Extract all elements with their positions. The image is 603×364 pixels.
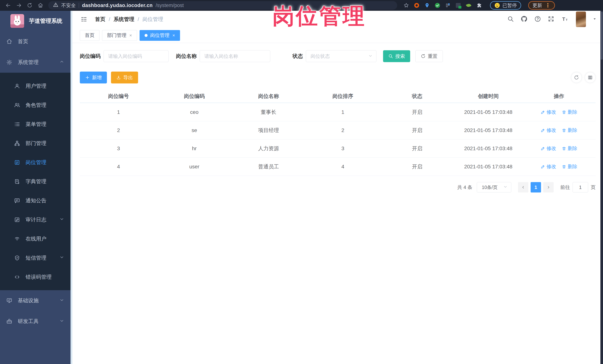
audit-edit-icon: [13, 216, 21, 223]
delete-link[interactable]: 删除: [562, 109, 577, 115]
table-row: 1 ceo 董事长 1 开启 2021-01-05 17:03:48 修改 删除: [80, 103, 596, 121]
browser-reload-button[interactable]: [25, 1, 35, 10]
edit-link[interactable]: 修改: [541, 145, 556, 152]
app-logo-row[interactable]: 芋道管理系统: [0, 11, 72, 31]
status-select[interactable]: [306, 50, 376, 62]
sidebar-item-menus[interactable]: 菜单管理: [0, 115, 72, 134]
toolbox-icon: [6, 318, 13, 325]
cell-created: 2021-01-05 17:03:48: [454, 109, 522, 115]
bookmark-star-icon[interactable]: [403, 2, 409, 9]
cell-status: 开启: [380, 145, 454, 152]
sidebar-item-home[interactable]: 首页: [0, 31, 72, 52]
post-code-input[interactable]: [104, 50, 169, 62]
fullscreen-icon[interactable]: [548, 16, 554, 23]
extension-check-icon[interactable]: [434, 2, 441, 9]
browser-extensions: 已暂停 更新 ⋮: [403, 1, 555, 10]
tab-departments[interactable]: 部门管理 ×: [102, 30, 137, 41]
dictionary-icon: [13, 178, 21, 185]
emoji-face-icon: [494, 2, 500, 8]
github-icon[interactable]: [521, 15, 528, 23]
extension-pin-icon[interactable]: [424, 2, 430, 9]
tab-close-icon[interactable]: ×: [173, 33, 175, 38]
sidebar-item-dev-tools[interactable]: 研发工具: [0, 311, 72, 332]
column-settings-button[interactable]: [585, 72, 596, 83]
add-button[interactable]: 新增: [80, 72, 107, 83]
export-button[interactable]: 导出: [111, 72, 138, 83]
sidebar-item-error-codes[interactable]: 错误码管理: [0, 267, 72, 287]
delete-link[interactable]: 删除: [562, 145, 577, 152]
breadcrumb-home[interactable]: 首页: [95, 16, 105, 23]
status-select-input[interactable]: [306, 50, 376, 62]
edit-link[interactable]: 修改: [541, 109, 556, 115]
font-size-icon[interactable]: TT: [561, 15, 568, 23]
current-page[interactable]: 1: [531, 182, 541, 192]
sidebar-scrollbar[interactable]: [70, 11, 72, 364]
profile-paused-pill[interactable]: 已暂停: [490, 1, 521, 10]
page-size-input[interactable]: [477, 182, 511, 192]
svg-text:T: T: [562, 17, 565, 22]
goto-page-input[interactable]: [573, 182, 588, 192]
sidebar-item-label: 字典管理: [26, 178, 46, 185]
extension-database-icon[interactable]: [455, 2, 461, 9]
browser-back-button[interactable]: [3, 1, 13, 10]
browser-forward-button[interactable]: [14, 1, 24, 10]
post-code-label: 岗位编码: [80, 53, 101, 60]
sidebar-item-users[interactable]: 用户管理: [0, 77, 72, 96]
page-size-select[interactable]: [477, 182, 511, 192]
edit-link[interactable]: 修改: [541, 127, 556, 133]
edit-link-label: 修改: [546, 163, 556, 170]
sidebar-item-posts[interactable]: 岗位管理: [0, 153, 72, 172]
delete-link[interactable]: 删除: [562, 163, 577, 170]
reset-button-label: 重置: [428, 53, 438, 59]
avatar-caret-down-icon[interactable]: [593, 17, 597, 22]
sidebar-item-roles[interactable]: 角色管理: [0, 96, 72, 115]
extension-columns-icon[interactable]: [445, 2, 451, 9]
post-name-label: 岗位名称: [176, 53, 197, 60]
sidebar-item-departments[interactable]: 部门管理: [0, 134, 72, 153]
sidebar-item-notices[interactable]: 通知公告: [0, 191, 72, 210]
window-scrollbar-thumb[interactable]: [601, 11, 603, 60]
sidebar-item-sms[interactable]: 短信管理: [0, 248, 72, 267]
window-scrollbar[interactable]: [600, 11, 603, 364]
post-name-input[interactable]: [200, 50, 270, 62]
browser-update-pill[interactable]: 更新 ⋮: [528, 1, 555, 10]
security-warning-icon: [53, 2, 58, 9]
extension-puzzle-icon[interactable]: [476, 2, 482, 9]
sidebar-item-system[interactable]: 系统管理: [0, 52, 72, 73]
tab-close-icon[interactable]: ×: [129, 33, 132, 38]
cell-post-sort: 1: [306, 109, 380, 115]
browser-menu-icon[interactable]: ⋮: [545, 4, 551, 6]
refresh-table-button[interactable]: [571, 72, 582, 83]
user-avatar[interactable]: [576, 11, 586, 27]
cell-post-name: 项目经理: [232, 127, 306, 134]
url-path: /system/post: [156, 3, 184, 8]
search-icon[interactable]: [507, 16, 514, 23]
sidebar-item-infrastructure[interactable]: 基础设施: [0, 290, 72, 311]
col-header-actions: 操作: [522, 93, 596, 100]
breadcrumb-system[interactable]: 系统管理: [114, 16, 134, 23]
home-icon: [6, 38, 13, 45]
search-button[interactable]: 搜索: [383, 50, 410, 62]
prev-page-button[interactable]: [518, 182, 528, 192]
col-header-post-name: 岗位名称: [232, 93, 306, 100]
extension-leaf-icon[interactable]: [465, 2, 472, 9]
sidebar-toggle-icon[interactable]: [80, 15, 88, 23]
add-button-label: 新增: [92, 74, 102, 81]
edit-link[interactable]: 修改: [541, 163, 556, 170]
sidebar-item-label: 错误码管理: [26, 274, 52, 281]
delete-link[interactable]: 删除: [562, 127, 577, 133]
col-header-post-code: 岗位编码: [157, 93, 232, 100]
tab-posts[interactable]: 岗位管理 ×: [139, 30, 180, 41]
reset-button[interactable]: 重置: [415, 50, 443, 62]
help-icon[interactable]: [534, 16, 541, 23]
sidebar-item-dictionary[interactable]: 字典管理: [0, 172, 72, 191]
col-header-post-id: 岗位编号: [80, 93, 157, 100]
tab-label: 部门管理: [107, 32, 126, 39]
browser-home-button[interactable]: [36, 1, 45, 10]
next-page-button[interactable]: [543, 182, 554, 192]
tab-home[interactable]: 首页: [80, 30, 99, 41]
sidebar-item-audit-log[interactable]: 审计日志: [0, 210, 72, 229]
extension-orange-icon[interactable]: [414, 2, 420, 9]
sidebar-item-online-users[interactable]: 在线用户: [0, 229, 72, 248]
cell-status: 开启: [380, 109, 454, 116]
